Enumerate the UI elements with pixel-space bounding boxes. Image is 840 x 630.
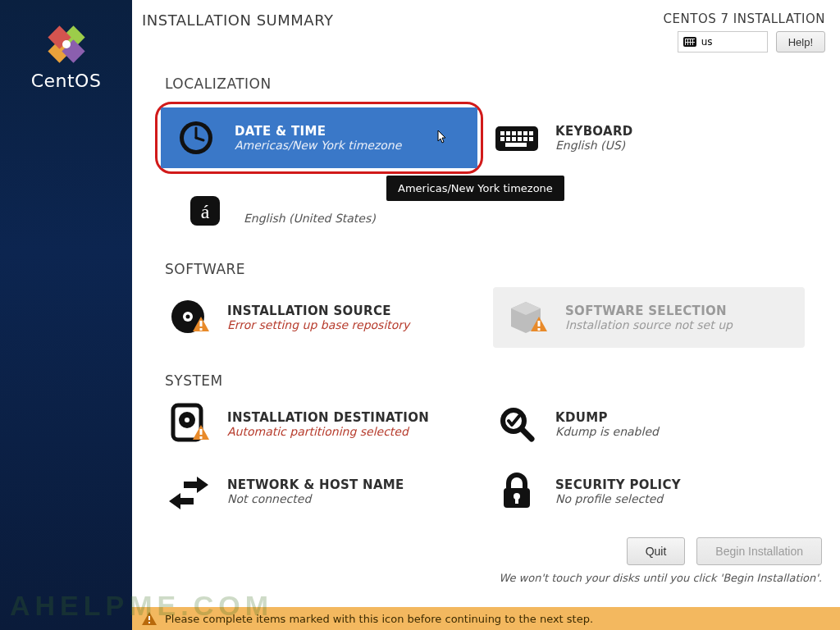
spoke-kdump-title: KDUMP (555, 410, 659, 425)
spoke-kdump-sub: Kdump is enabled (555, 425, 659, 438)
spoke-install-source[interactable]: INSTALLATION SOURCE Error setting up bas… (165, 287, 477, 348)
svg-rect-39 (200, 436, 203, 439)
spoke-swsel-sub: Installation source not set up (565, 318, 733, 331)
page-title: INSTALLATION SUMMARY (142, 11, 333, 29)
svg-rect-32 (538, 321, 541, 326)
begin-installation-button[interactable]: Begin Installation (696, 537, 822, 565)
spoke-swsel-title: SOFTWARE SELECTION (565, 304, 733, 318)
svg-rect-16 (500, 137, 504, 141)
sidebar: CentOS (0, 0, 132, 630)
spoke-network-title: NETWORK & HOST NAME (227, 477, 404, 492)
language-icon: á (181, 189, 229, 233)
keyboard-icon (683, 37, 696, 47)
spoke-keyboard-title: KEYBOARD (555, 124, 633, 139)
topbar: INSTALLATION SUMMARY CENTOS 7 INSTALLATI… (132, 0, 840, 52)
keyboard-layout-indicator[interactable]: us (678, 31, 768, 52)
svg-point-36 (185, 418, 189, 422)
svg-rect-14 (523, 131, 527, 135)
help-button[interactable]: Help! (776, 31, 825, 52)
section-software: SOFTWARE (165, 261, 825, 277)
keyboard-layout-code: us (701, 36, 713, 48)
footer: Quit Begin Installation We won't touch y… (132, 537, 825, 584)
brand-label: CentOS (31, 71, 102, 91)
svg-rect-15 (529, 131, 533, 135)
spoke-security-policy[interactable]: SECURITY POLICY No profile selected (493, 466, 805, 517)
svg-rect-38 (200, 429, 203, 435)
spoke-policy-title: SECURITY POLICY (555, 477, 681, 492)
spoke-kdump[interactable]: KDUMP Kdump is enabled (493, 399, 805, 450)
svg-rect-17 (506, 137, 510, 141)
section-system: SYSTEM (165, 372, 825, 389)
disk-note: We won't touch your disks until you clic… (132, 572, 822, 584)
disc-icon (165, 295, 212, 340)
content: LOCALIZATION DATE & TIME Ame (132, 52, 840, 517)
centos-logo-icon (47, 25, 86, 64)
svg-rect-18 (512, 137, 516, 141)
install-brand-label: CENTOS 7 INSTALLATION (664, 11, 825, 26)
spoke-install-destination[interactable]: INSTALLATION DESTINATION Automatic parti… (165, 399, 477, 450)
spoke-dest-sub: Automatic partitioning selected (227, 425, 429, 438)
keyboard-large-icon (493, 116, 541, 160)
network-arrows-icon (165, 469, 212, 514)
magnifier-icon (493, 402, 541, 446)
lock-icon (493, 469, 541, 514)
svg-rect-44 (515, 498, 518, 504)
main-area: INSTALLATION SUMMARY CENTOS 7 INSTALLATI… (132, 0, 840, 630)
svg-point-27 (186, 315, 190, 319)
spoke-dest-title: INSTALLATION DESTINATION (227, 410, 429, 425)
svg-rect-29 (200, 321, 203, 326)
warning-bar: Please complete items marked with this i… (132, 607, 840, 630)
spoke-datetime[interactable]: DATE & TIME Americas/New York timezone (161, 107, 477, 168)
spoke-source-sub: Error setting up base repository (227, 318, 409, 331)
spoke-policy-sub: No profile selected (555, 492, 681, 505)
spoke-network[interactable]: NETWORK & HOST NAME Not connected (165, 466, 477, 517)
spoke-software-selection: SOFTWARE SELECTION Installation source n… (493, 287, 805, 348)
section-localization: LOCALIZATION (165, 75, 825, 92)
svg-rect-21 (529, 137, 533, 141)
quit-button[interactable]: Quit (627, 537, 686, 565)
warning-triangle-icon (142, 612, 157, 625)
svg-rect-33 (538, 328, 541, 331)
svg-point-4 (62, 40, 71, 48)
svg-rect-22 (505, 143, 527, 147)
hdd-icon (165, 402, 212, 446)
spoke-datetime-title: DATE & TIME (235, 124, 401, 139)
spoke-datetime-sub: Americas/New York timezone (235, 139, 401, 152)
svg-rect-11 (506, 131, 510, 135)
svg-rect-20 (523, 137, 527, 141)
clock-icon (172, 116, 220, 160)
warning-bar-text: Please complete items marked with this i… (165, 613, 593, 625)
svg-rect-46 (148, 616, 150, 620)
svg-text:á: á (201, 201, 210, 222)
svg-line-41 (522, 429, 532, 439)
spoke-language-sub: English (United States) (244, 212, 392, 225)
spoke-datetime-highlight: DATE & TIME Americas/New York timezone (155, 102, 483, 174)
spoke-keyboard-sub: English (US) (555, 139, 633, 152)
svg-rect-19 (518, 137, 522, 141)
svg-rect-10 (500, 131, 504, 135)
spoke-network-sub: Not connected (227, 492, 404, 505)
spoke-source-title: INSTALLATION SOURCE (227, 304, 409, 318)
package-icon (503, 295, 550, 340)
svg-rect-13 (518, 131, 522, 135)
tooltip: Americas/New York timezone (386, 176, 564, 201)
svg-rect-30 (200, 328, 203, 331)
svg-rect-47 (148, 622, 150, 623)
svg-rect-12 (512, 131, 516, 135)
spoke-keyboard[interactable]: KEYBOARD English (US) (493, 102, 805, 174)
cursor-icon (435, 130, 448, 146)
